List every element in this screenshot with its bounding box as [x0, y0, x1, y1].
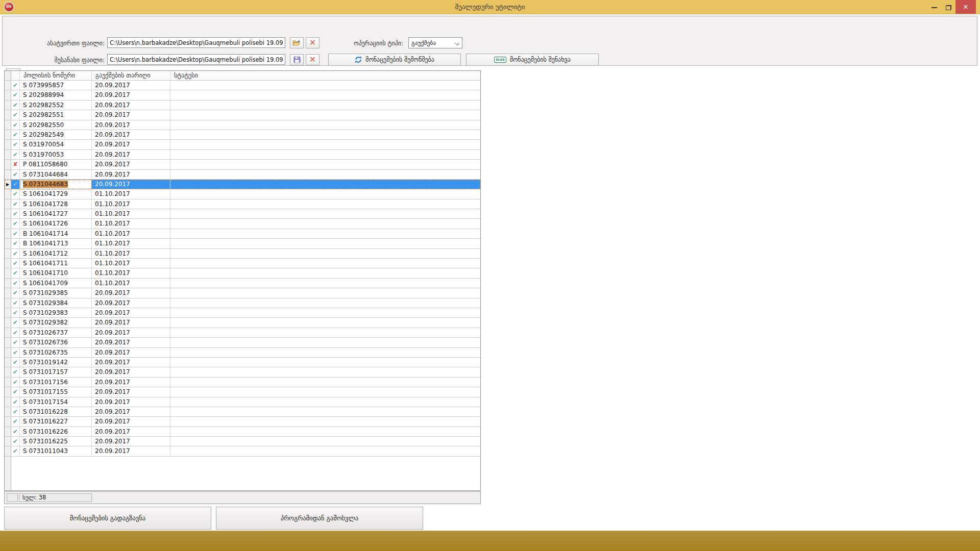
- table-row[interactable]: ✔ S 1061041729 01.10.2017: [5, 189, 480, 199]
- row-mark-icon[interactable]: ✔: [11, 140, 20, 149]
- cancel-date-cell[interactable]: 20.09.2017: [92, 338, 170, 347]
- row-mark-icon[interactable]: ✔: [11, 427, 20, 437]
- policy-number-cell[interactable]: S 0731026737: [20, 328, 92, 338]
- cancel-date-cell[interactable]: 20.09.2017: [92, 348, 170, 358]
- policy-number-cell[interactable]: S 202988994: [20, 90, 92, 100]
- table-row[interactable]: ✔ S 0731026736 20.09.2017: [5, 338, 480, 347]
- row-mark-icon[interactable]: ✔: [11, 437, 20, 446]
- status-cell[interactable]: [170, 387, 480, 397]
- row-mark-icon[interactable]: ✔: [11, 110, 20, 120]
- policy-number-cell[interactable]: S 1061041710: [20, 268, 92, 278]
- cancel-date-cell[interactable]: 20.09.2017: [92, 90, 170, 100]
- policy-number-cell[interactable]: S 0731044683: [20, 180, 92, 189]
- status-cell[interactable]: [170, 81, 480, 90]
- row-mark-icon[interactable]: ✔: [11, 249, 20, 259]
- table-row[interactable]: ✔ S 1061041712 01.10.2017: [5, 249, 480, 259]
- policy-number-cell[interactable]: S 0731017154: [20, 397, 92, 407]
- row-mark-icon[interactable]: ✔: [11, 219, 20, 229]
- status-cell[interactable]: [170, 229, 480, 239]
- cancel-date-cell[interactable]: 01.10.2017: [92, 229, 170, 239]
- status-cell[interactable]: [170, 328, 480, 338]
- table-row[interactable]: ✔ S 202982550 20.09.2017: [5, 120, 480, 130]
- table-row[interactable]: ✔ S 031970054 20.09.2017: [5, 140, 480, 149]
- status-cell[interactable]: [170, 298, 480, 308]
- cancel-date-cell[interactable]: 01.10.2017: [92, 279, 170, 288]
- cancel-date-cell[interactable]: 20.09.2017: [92, 387, 170, 397]
- status-cell[interactable]: [170, 180, 480, 189]
- table-row[interactable]: ✘ P 0811058680 20.09.2017: [5, 160, 480, 169]
- cancel-date-cell[interactable]: 20.09.2017: [92, 180, 170, 189]
- table-row[interactable]: ✔ S 0731011043 20.09.2017: [5, 446, 480, 456]
- policy-number-cell[interactable]: S 0731011043: [20, 446, 92, 456]
- status-cell[interactable]: [170, 358, 480, 367]
- table-row[interactable]: ✔ S 1061041711 01.10.2017: [5, 259, 480, 268]
- cancel-date-cell[interactable]: 20.09.2017: [92, 437, 170, 446]
- cancel-date-cell[interactable]: 20.09.2017: [92, 150, 170, 160]
- row-mark-icon[interactable]: ✔: [11, 348, 20, 358]
- cancel-date-cell[interactable]: 20.09.2017: [92, 367, 170, 377]
- table-row[interactable]: ✔ S 1061041709 01.10.2017: [5, 279, 480, 288]
- policy-number-cell[interactable]: S 073995857: [20, 81, 92, 90]
- row-mark-icon[interactable]: ✔: [11, 130, 20, 140]
- cancel-date-cell[interactable]: 20.09.2017: [92, 298, 170, 308]
- status-cell[interactable]: [170, 318, 480, 328]
- policy-number-cell[interactable]: S 0731029385: [20, 288, 92, 298]
- save-data-button[interactable]: XLSX მონაცემების შენახვა: [466, 54, 599, 66]
- table-row[interactable]: ✔ B 1061041713 01.10.2017: [5, 239, 480, 248]
- policy-number-cell[interactable]: S 0731016226: [20, 427, 92, 437]
- cancel-date-cell[interactable]: 20.09.2017: [92, 417, 170, 427]
- policy-number-cell[interactable]: S 031970053: [20, 150, 92, 160]
- status-cell[interactable]: [170, 160, 480, 169]
- cancel-date-cell[interactable]: 20.09.2017: [92, 328, 170, 338]
- table-row[interactable]: ✔ S 073995857 20.09.2017: [5, 81, 480, 90]
- table-row[interactable]: ✔ S 0731016227 20.09.2017: [5, 417, 480, 427]
- policy-number-cell[interactable]: S 1061041709: [20, 279, 92, 288]
- table-row[interactable]: ✔ S 0731029385 20.09.2017: [5, 288, 480, 298]
- table-row[interactable]: ✔ S 0731016226 20.09.2017: [5, 427, 480, 437]
- policy-number-cell[interactable]: S 0731019142: [20, 358, 92, 367]
- table-row[interactable]: ✔ S 0731017156 20.09.2017: [5, 378, 480, 387]
- status-cell[interactable]: [170, 101, 480, 110]
- status-cell[interactable]: [170, 189, 480, 199]
- status-cell[interactable]: [170, 239, 480, 248]
- policy-number-cell[interactable]: B 1061041713: [20, 239, 92, 248]
- table-row[interactable]: ✔ S 0731026737 20.09.2017: [5, 328, 480, 338]
- table-row[interactable]: ✔ S 0731017155 20.09.2017: [5, 387, 480, 397]
- clear-load-file-button[interactable]: ✕: [306, 37, 320, 48]
- table-row[interactable]: ✔ S 0731016225 20.09.2017: [5, 437, 480, 446]
- row-mark-icon[interactable]: ✔: [11, 180, 20, 189]
- exit-program-button[interactable]: პროგრამიდან გამოსვლა: [216, 507, 423, 530]
- cancel-date-cell[interactable]: 01.10.2017: [92, 268, 170, 278]
- table-row[interactable]: ✔ S 1061041726 01.10.2017: [5, 219, 480, 229]
- cancel-date-cell[interactable]: 20.09.2017: [92, 130, 170, 140]
- status-cell[interactable]: [170, 170, 480, 180]
- row-mark-icon[interactable]: ✔: [11, 387, 20, 397]
- cancel-date-cell[interactable]: 01.10.2017: [92, 199, 170, 209]
- status-cell[interactable]: [170, 367, 480, 377]
- policy-number-cell[interactable]: S 0731016227: [20, 417, 92, 427]
- status-cell[interactable]: [170, 417, 480, 427]
- row-mark-icon[interactable]: ✔: [11, 150, 20, 160]
- row-mark-icon[interactable]: ✔: [11, 90, 20, 100]
- status-cell[interactable]: [170, 209, 480, 219]
- open-file-button[interactable]: [290, 37, 304, 48]
- row-mark-icon[interactable]: ✔: [11, 397, 20, 407]
- row-mark-icon[interactable]: ✘: [11, 160, 20, 169]
- policy-number-cell[interactable]: S 0731016225: [20, 437, 92, 446]
- cancel-date-cell[interactable]: 01.10.2017: [92, 219, 170, 229]
- row-mark-icon[interactable]: ✔: [11, 189, 20, 199]
- policy-number-cell[interactable]: S 0731017156: [20, 378, 92, 387]
- cancel-date-cell[interactable]: 20.09.2017: [92, 170, 170, 180]
- table-row[interactable]: ✔ S 0731016228 20.09.2017: [5, 407, 480, 417]
- row-mark-icon[interactable]: ✔: [11, 268, 20, 278]
- table-row[interactable]: ✔ S 0731029384 20.09.2017: [5, 298, 480, 308]
- status-cell[interactable]: [170, 446, 480, 456]
- cancel-date-cell[interactable]: 20.09.2017: [92, 308, 170, 318]
- policy-number-cell[interactable]: S 0731029383: [20, 308, 92, 318]
- cancel-date-cell[interactable]: 20.09.2017: [92, 81, 170, 90]
- status-cell[interactable]: [170, 407, 480, 417]
- policy-number-cell[interactable]: S 202982551: [20, 110, 92, 120]
- cancel-date-cell[interactable]: 20.09.2017: [92, 288, 170, 298]
- row-mark-icon[interactable]: ✔: [11, 120, 20, 130]
- row-mark-icon[interactable]: ✔: [11, 417, 20, 427]
